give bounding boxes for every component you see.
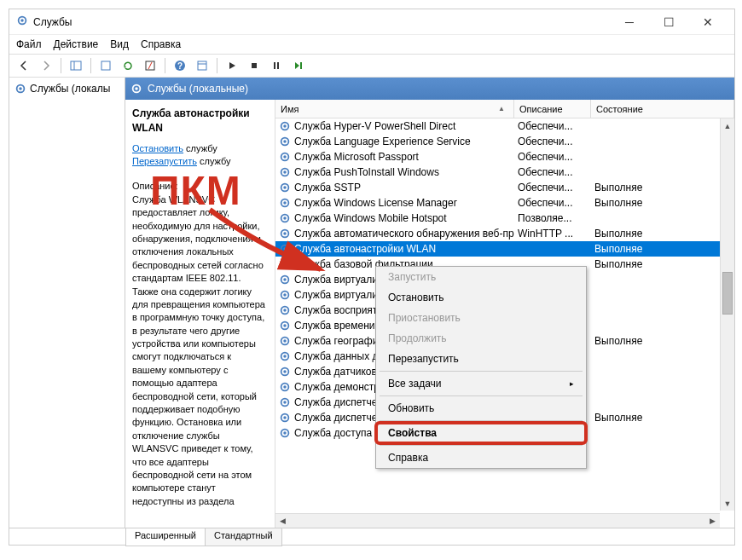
restart-service-link[interactable]: Перезапустить	[132, 156, 197, 166]
service-row[interactable]: Служба Language Experience ServiceОбеспе…	[275, 134, 734, 149]
service-row[interactable]: Служба автонастройки WLANВыполняе	[275, 241, 734, 257]
refresh-button[interactable]	[119, 56, 137, 75]
show-hide-tree-button[interactable]	[67, 56, 85, 75]
svg-point-21	[283, 140, 287, 143]
svg-rect-11	[274, 62, 275, 69]
service-row[interactable]: Служба SSTPОбеспечи...Выполняе	[275, 180, 734, 195]
forward-button[interactable]	[37, 56, 55, 75]
menu-view[interactable]: Вид	[110, 38, 129, 50]
svg-rect-4	[101, 61, 110, 70]
service-name: Служба SSTP	[294, 182, 361, 193]
service-description: Обеспечи...	[514, 197, 591, 209]
column-state[interactable]: Состояние	[591, 100, 734, 118]
service-icon	[279, 289, 291, 301]
svg-point-55	[283, 401, 287, 404]
service-name: Служба автонастройки WLAN	[294, 243, 436, 255]
service-icon	[279, 151, 291, 163]
scroll-down-button[interactable]: ▼	[721, 496, 734, 511]
service-name: Служба датчиков	[294, 366, 377, 378]
column-headers: Имя▲ Описание Состояние	[275, 100, 734, 118]
svg-point-59	[283, 431, 287, 435]
svg-point-51	[283, 370, 287, 373]
context-resume: Продолжить	[376, 328, 586, 349]
scrollbar-thumb[interactable]	[722, 272, 733, 315]
services-window: Службы ─ ☐ ✕ Файл Действие Вид Справка ?	[9, 9, 735, 546]
service-row[interactable]: Служба Microsoft PassportОбеспечи...	[275, 149, 734, 165]
context-all-tasks[interactable]: Все задачи	[376, 373, 586, 394]
detail-pane: Служба автонастройки WLAN Остановить слу…	[125, 100, 275, 528]
tree-root-services[interactable]: Службы (локалы	[13, 81, 121, 96]
svg-rect-13	[300, 62, 302, 69]
svg-point-23	[283, 155, 287, 159]
menu-file[interactable]: Файл	[16, 38, 42, 50]
tab-extended[interactable]: Расширенный	[125, 528, 206, 546]
service-icon	[279, 182, 291, 193]
service-icon	[279, 120, 291, 132]
tree-root-label: Службы (локалы	[30, 83, 110, 95]
menu-action[interactable]: Действие	[54, 38, 99, 50]
service-icon	[279, 427, 291, 439]
scroll-up-button[interactable]: ▲	[721, 118, 734, 133]
svg-point-41	[283, 293, 287, 297]
description-text: Служба WLANSVC предоставляет логику, нео…	[132, 193, 268, 508]
context-menu: Запустить Остановить Приостановить Продо…	[375, 266, 587, 469]
start-service-button[interactable]	[223, 56, 241, 75]
service-state: Выполняе	[591, 197, 734, 209]
column-name[interactable]: Имя▲	[275, 100, 514, 118]
properties-button[interactable]	[193, 56, 212, 75]
column-description[interactable]: Описание	[514, 100, 591, 118]
export-button[interactable]	[96, 56, 115, 75]
service-name: Служба Windows Mobile Hotspot	[294, 212, 447, 224]
svg-point-45	[283, 324, 287, 327]
svg-rect-2	[71, 61, 81, 70]
scroll-left-button[interactable]: ◀	[275, 514, 290, 528]
service-state: Выполняе	[591, 243, 734, 255]
close-button[interactable]: ✕	[688, 10, 728, 34]
view-tabs: Расширенный Стандартный	[9, 528, 734, 546]
svg-rect-10	[252, 63, 257, 68]
horizontal-scrollbar[interactable]: ◀ ▶	[275, 513, 720, 528]
service-name: Служба автоматического обнаружения веб-п…	[294, 228, 514, 240]
menu-help[interactable]: Справка	[141, 38, 181, 50]
svg-point-15	[19, 87, 22, 90]
service-icon	[279, 412, 291, 424]
context-help[interactable]: Справка	[376, 447, 586, 468]
service-row[interactable]: Служба Windows Mobile HotspotПозволяе...	[275, 211, 734, 226]
context-properties[interactable]: Свойства	[376, 423, 586, 443]
export-list-button[interactable]	[141, 56, 159, 75]
vertical-scrollbar[interactable]: ▲ ▼	[720, 118, 734, 511]
service-name: Служба Microsoft Passport	[294, 151, 419, 163]
panel-header: Службы (локальные)	[125, 78, 734, 100]
context-refresh[interactable]: Обновить	[376, 398, 586, 419]
window-title: Службы	[33, 16, 72, 28]
context-stop[interactable]: Остановить	[376, 287, 586, 308]
svg-point-25	[283, 170, 287, 174]
service-name: Служба PushToInstall Windows	[294, 166, 439, 178]
service-row[interactable]: Служба автоматического обнаружения веб-п…	[275, 226, 734, 241]
maximize-button[interactable]: ☐	[649, 10, 688, 34]
minimize-button[interactable]: ─	[610, 10, 649, 34]
pause-service-button[interactable]	[267, 56, 286, 75]
tab-standard[interactable]: Стандартный	[205, 528, 282, 546]
back-button[interactable]	[14, 56, 33, 75]
service-icon	[279, 381, 291, 393]
svg-point-49	[283, 355, 287, 358]
svg-point-57	[283, 416, 287, 419]
service-description: Позволяе...	[514, 212, 591, 224]
service-row[interactable]: Служба PushToInstall WindowsОбеспечи...	[275, 165, 734, 180]
service-row[interactable]: Служба Windows License ManagerОбеспечи..…	[275, 195, 734, 211]
services-icon	[14, 83, 26, 95]
service-state: Выполняе	[591, 412, 734, 424]
svg-point-37	[283, 263, 287, 266]
svg-point-47	[283, 339, 287, 343]
restart-service-button[interactable]	[289, 56, 308, 75]
stop-service-button[interactable]	[245, 56, 264, 75]
context-restart[interactable]: Перезапустить	[376, 349, 586, 369]
service-row[interactable]: Служба Hyper-V PowerShell DirectОбеспечи…	[275, 118, 734, 134]
service-description: Обеспечи...	[514, 151, 591, 163]
help-button[interactable]: ?	[171, 56, 189, 75]
stop-service-link[interactable]: Остановить	[132, 143, 183, 153]
service-icon	[279, 396, 291, 408]
scroll-right-button[interactable]: ▶	[705, 514, 720, 528]
service-icon	[279, 304, 291, 316]
